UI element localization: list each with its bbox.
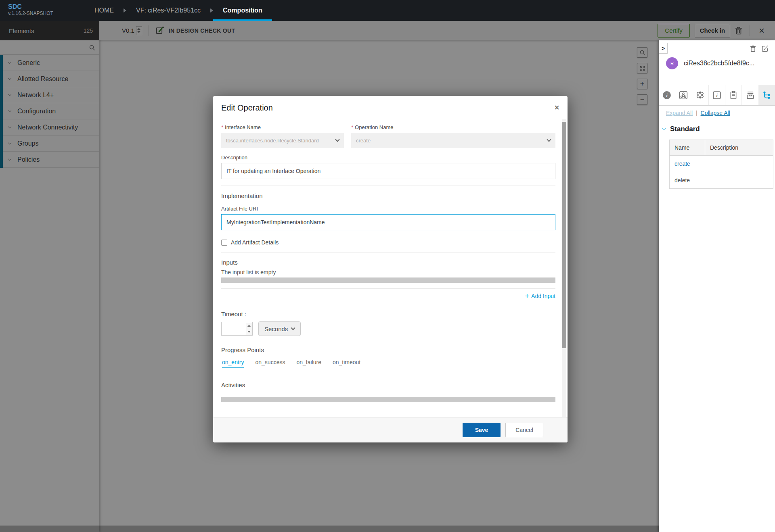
app-header: SDC v.1.16.2-SNAPSHOT HOME VF: ciRes-VF2… (0, 0, 775, 21)
artifact-uri-label: Artifact File URI (221, 206, 555, 212)
plus-icon: + (525, 293, 530, 299)
tab-on-timeout[interactable]: on_timeout (333, 359, 360, 368)
artifact-uri-group: Artifact File URI (221, 206, 555, 230)
name-fields-row: *Interface Name tosca.interfaces.node.li… (221, 124, 555, 148)
edit-operation-modal: Edit Operation × *Interface Name tosca.i… (213, 96, 568, 442)
divider (221, 186, 555, 186)
table-row[interactable]: create (670, 156, 773, 172)
interface-name-select[interactable]: tosca.interfaces.node.lifecycle.Standard (221, 133, 344, 148)
tab-general[interactable]: i (659, 85, 675, 105)
spin-up-icon (247, 325, 251, 327)
spin-down-icon (247, 331, 251, 333)
modal-header: Edit Operation × (213, 96, 568, 119)
tab-composition[interactable]: Composition (213, 0, 272, 21)
progress-point-tabs: on_entry on_success on_failure on_timeou… (222, 359, 555, 368)
panel-collapse-button[interactable]: > (659, 43, 668, 54)
description-label: Description (221, 154, 555, 161)
description-input[interactable] (221, 163, 555, 179)
standard-interface-section: Standard Name Description create delete (662, 125, 773, 189)
timeout-number-input[interactable] (221, 322, 253, 336)
section-title: Standard (670, 125, 700, 133)
table-header-row: Name Description (670, 140, 773, 156)
tab-operations[interactable] (759, 85, 775, 105)
operation-name-select[interactable]: create (351, 133, 555, 148)
required-marker: * (221, 124, 223, 130)
panel-top-actions (750, 45, 769, 52)
tab-on-failure[interactable]: on_failure (296, 359, 321, 368)
delete-icon[interactable] (750, 45, 756, 52)
breadcrumb-arrow-icon (210, 0, 213, 21)
chevron-down-icon (291, 325, 295, 330)
operation-name-group: *Operation Name create (351, 124, 555, 148)
checkbox-label: Add Artifact Details (231, 239, 279, 246)
modal-footer: Save Cancel (213, 417, 568, 442)
logo-version: v.1.16.2-SNAPSHOT (8, 10, 85, 16)
horizontal-scrollbar[interactable] (221, 397, 555, 402)
number-spinner (246, 323, 252, 335)
collapse-all-link[interactable]: Collapse All (701, 110, 730, 116)
modal-body: *Interface Name tosca.interfaces.node.li… (213, 119, 568, 417)
tab-settings[interactable] (692, 85, 709, 105)
horizontal-scrollbar[interactable] (221, 277, 555, 283)
clipboard-icon (729, 91, 738, 100)
cancel-button[interactable]: Cancel (505, 423, 543, 437)
tab-artifacts[interactable] (742, 85, 758, 105)
required-marker: * (351, 124, 353, 130)
timeout-unit-select[interactable]: Seconds (258, 321, 301, 336)
divider (221, 288, 555, 289)
avatar: R (666, 57, 678, 69)
operation-delete-label[interactable]: delete (670, 172, 705, 189)
standard-section-header[interactable]: Standard (663, 125, 773, 133)
save-button[interactable]: Save (463, 423, 501, 437)
chevron-down-icon (335, 137, 339, 142)
add-artifact-details-checkbox[interactable]: Add Artifact Details (221, 239, 555, 246)
interface-name-value: tosca.interfaces.node.lifecycle.Standard (226, 138, 336, 144)
breadcrumb-arrow-icon (124, 0, 126, 21)
interface-name-group: *Interface Name tosca.interfaces.node.li… (221, 124, 344, 148)
bottom-shadow (0, 526, 659, 532)
sdc-logo: SDC v.1.16.2-SNAPSHOT (0, 0, 85, 21)
spin-down-button[interactable] (246, 329, 252, 335)
component-details-panel: > R ciRes38c2bcb5fde8f9c... i i (659, 40, 775, 532)
interface-name-label: *Interface Name (221, 124, 344, 130)
tab-home[interactable]: HOME (85, 0, 124, 21)
operation-name-label: *Operation Name (351, 124, 555, 130)
composition-icon (679, 91, 688, 100)
expand-all-link[interactable]: Expand All (666, 110, 693, 116)
checkbox-icon[interactable] (221, 240, 227, 246)
description-group: Description (221, 154, 555, 179)
breadcrumb: HOME VF: ciRes-VF2fb951cc Composition (85, 0, 272, 21)
operation-create-link[interactable]: create (670, 156, 705, 172)
timeout-label: Timeout : (221, 311, 555, 317)
info-outline-icon: i (712, 91, 721, 100)
inputs-label: Inputs (221, 259, 555, 266)
modal-vertical-scrollbar[interactable] (562, 119, 566, 417)
tab-requirements[interactable] (725, 85, 742, 105)
spin-up-button[interactable] (246, 323, 252, 329)
links-separator: | (696, 110, 698, 116)
close-icon[interactable]: × (554, 104, 559, 112)
add-input-button[interactable]: + Add Input (525, 293, 555, 299)
add-input-row: + Add Input (221, 293, 555, 299)
operation-delete-description (705, 172, 773, 189)
activities-label: Activities (221, 382, 555, 388)
tab-vf[interactable]: VF: ciRes-VF2fb951cc (126, 0, 210, 21)
scrollbar-thumb[interactable] (562, 122, 566, 348)
divider (221, 252, 555, 252)
operation-name-value: create (356, 138, 547, 144)
artifact-uri-input[interactable] (221, 214, 555, 230)
divider (221, 375, 555, 375)
table-row[interactable]: delete (670, 172, 773, 189)
tab-on-entry[interactable]: on_entry (222, 359, 244, 368)
tab-composition-structure[interactable] (675, 85, 692, 105)
modal-title: Edit Operation (221, 103, 554, 113)
chevron-down-icon (547, 137, 551, 142)
edit-icon[interactable] (762, 45, 769, 52)
timeout-controls: Seconds (221, 321, 555, 336)
operation-create-description (705, 156, 773, 172)
expand-collapse-links: Expand All | Collapse All (666, 110, 730, 116)
tab-information[interactable]: i (709, 85, 725, 105)
divider (221, 395, 555, 395)
inputs-empty-text: The input list is empty (221, 269, 555, 275)
tab-on-success[interactable]: on_success (255, 359, 285, 368)
